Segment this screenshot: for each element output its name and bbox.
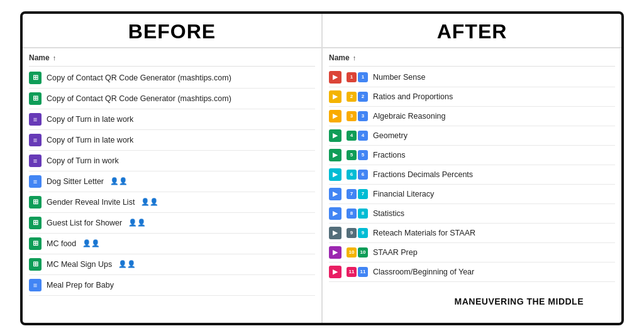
file-row[interactable]: ⊞MC Meal Sign Ups👤👤 <box>29 254 315 275</box>
folder-row[interactable]: ▶99Reteach Materials for STAAR <box>329 224 615 243</box>
sheets-icon: ⊞ <box>29 92 42 105</box>
before-sort-arrow: ↑ <box>53 54 57 62</box>
folder-name: STAAR Prep <box>373 248 418 257</box>
folder-name: Classroom/Beginning of Year <box>373 268 474 276</box>
badge-2: 2 <box>358 92 368 102</box>
file-row[interactable]: ≡Dog Sitter Letter👤👤 <box>29 171 315 192</box>
badge-group: 1010 <box>347 247 368 257</box>
docs-icon: ≡ <box>29 175 42 188</box>
after-sort-arrow: ↑ <box>353 54 357 62</box>
folder-icon: ▶ <box>329 71 341 84</box>
folder-name: Algebraic Reasoning <box>373 112 445 121</box>
folder-row[interactable]: ▶11Number Sense <box>329 68 615 87</box>
sheets-icon: ⊞ <box>29 237 42 250</box>
badge-2: 6 <box>358 170 368 180</box>
folder-icon: ▶ <box>329 110 341 122</box>
folder-icon: ▶ <box>329 90 341 103</box>
file-row[interactable]: ⊞Copy of Contact QR Code Generator (mash… <box>29 68 315 89</box>
forms-icon: ≡ <box>29 154 42 167</box>
folder-icon: ▶ <box>329 246 341 259</box>
badge-2: 5 <box>358 150 368 160</box>
share-icon: 👤👤 <box>118 260 136 268</box>
main-frame: BEFORE AFTER Name ↑ ⊞Copy of Contact QR … <box>20 11 624 325</box>
before-col-header: Name ↑ <box>29 52 315 67</box>
after-panel: Name ↑ ▶11Number Sense▶22Ratios and Prop… <box>323 48 621 323</box>
badge-group: 11 <box>347 72 368 82</box>
badge-2: 3 <box>358 111 368 121</box>
badge-1: 3 <box>347 111 357 121</box>
file-row[interactable]: ≡Copy of Turn in late work <box>29 109 315 130</box>
content-row: Name ↑ ⊞Copy of Contact QR Code Generato… <box>23 48 621 323</box>
folder-row[interactable]: ▶33Algebraic Reasoning <box>329 107 615 126</box>
docs-icon: ≡ <box>29 279 42 291</box>
folder-icon: ▶ <box>329 168 341 181</box>
file-row[interactable]: ⊞Gender Reveal Invite List👤👤 <box>29 192 315 213</box>
folder-icon: ▶ <box>329 149 341 161</box>
badge-group: 44 <box>347 131 368 141</box>
share-icon: 👤👤 <box>110 177 128 185</box>
forms-icon: ≡ <box>29 134 42 146</box>
share-icon: 👤👤 <box>128 219 146 227</box>
badge-1: 5 <box>347 150 357 160</box>
badge-2: 10 <box>358 247 368 257</box>
file-name: Copy of Contact QR Code Generator (masht… <box>47 94 231 103</box>
badge-1: 1 <box>347 72 357 82</box>
file-name: Copy of Turn in late work <box>47 136 133 144</box>
file-name: Copy of Turn in late work <box>47 115 133 124</box>
badge-2: 1 <box>358 72 368 82</box>
folder-name: Fractions <box>373 151 405 160</box>
file-row[interactable]: ⊞Copy of Contact QR Code Generator (mash… <box>29 89 315 109</box>
badge-1: 7 <box>347 189 357 199</box>
badge-2: 8 <box>358 209 368 219</box>
before-name-label: Name <box>29 53 50 62</box>
sheets-icon: ⊞ <box>29 196 42 209</box>
folder-icon: ▶ <box>329 266 341 278</box>
sheets-icon: ⊞ <box>29 72 42 84</box>
folder-row[interactable]: ▶44Geometry <box>329 126 615 146</box>
badge-group: 99 <box>347 228 368 238</box>
badge-2: 7 <box>358 189 368 199</box>
folder-row[interactable]: ▶88Statistics <box>329 204 615 224</box>
badge-1: 6 <box>347 170 357 180</box>
badge-group: 1111 <box>347 267 368 277</box>
file-row[interactable]: ≡Copy of Turn in work <box>29 151 315 171</box>
folder-icon: ▶ <box>329 227 341 239</box>
badge-group: 22 <box>347 92 368 102</box>
folder-icon: ▶ <box>329 207 341 220</box>
file-row[interactable]: ≡Copy of Turn in late work <box>29 130 315 151</box>
watermark: MANEUVERING THE MIDDLE <box>455 296 584 306</box>
badge-group: 77 <box>347 189 368 199</box>
folder-row[interactable]: ▶1111Classroom/Beginning of Year <box>329 263 615 282</box>
file-name: Copy of Contact QR Code Generator (masht… <box>47 73 231 82</box>
file-row[interactable]: ⊞MC food👤👤 <box>29 234 315 254</box>
badge-group: 33 <box>347 111 368 121</box>
badge-1: 8 <box>347 209 357 219</box>
before-file-list: ⊞Copy of Contact QR Code Generator (mash… <box>29 68 315 296</box>
file-name: Gender Reveal Invite List <box>47 198 135 207</box>
after-col-header: Name ↑ <box>329 52 615 67</box>
file-row[interactable]: ≡Meal Prep for Baby <box>29 275 315 296</box>
file-name: Copy of Turn in work <box>47 156 119 165</box>
folder-row[interactable]: ▶66Fractions Decimals Percents <box>329 165 615 185</box>
folder-row[interactable]: ▶1010STAAR Prep <box>329 243 615 263</box>
before-panel: Name ↑ ⊞Copy of Contact QR Code Generato… <box>23 48 323 323</box>
after-name-label: Name <box>329 53 350 62</box>
file-name: Guest List for Shower <box>47 219 122 227</box>
before-header: BEFORE <box>23 14 323 47</box>
badge-2: 4 <box>358 131 368 141</box>
folder-name: Fractions Decimals Percents <box>373 170 473 179</box>
folder-name: Number Sense <box>373 73 425 82</box>
folder-icon: ▶ <box>329 129 341 142</box>
folder-row[interactable]: ▶22Ratios and Proportions <box>329 87 615 107</box>
file-row[interactable]: ⊞Guest List for Shower👤👤 <box>29 213 315 234</box>
badge-1: 9 <box>347 228 357 238</box>
folder-name: Statistics <box>373 209 404 218</box>
file-name: Dog Sitter Letter <box>47 177 104 186</box>
folder-icon: ▶ <box>329 188 341 200</box>
folder-row[interactable]: ▶77Financial Literacy <box>329 185 615 204</box>
after-header: AFTER <box>323 14 621 47</box>
badge-group: 66 <box>347 170 368 180</box>
file-name: MC food <box>47 239 76 248</box>
sheets-icon: ⊞ <box>29 258 42 271</box>
folder-row[interactable]: ▶55Fractions <box>329 146 615 165</box>
